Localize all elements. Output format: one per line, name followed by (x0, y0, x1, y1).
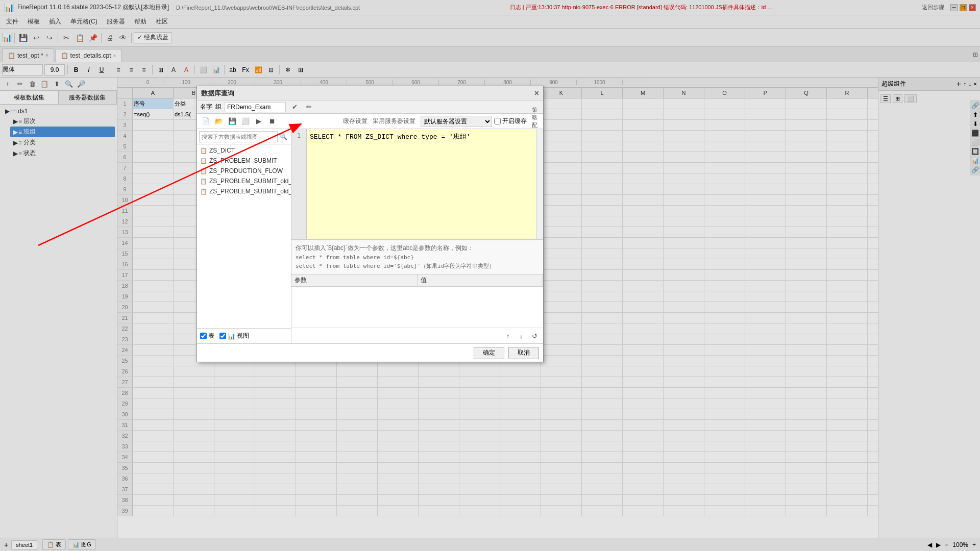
dialog-footer: 确定 取消 (197, 343, 543, 362)
cache-settings-label[interactable]: 缓存设置 (343, 117, 368, 126)
table-name-2: ZS_PROBLEM_SUBMIT (209, 157, 277, 164)
dialog-title-label: 数据库查询 (201, 89, 234, 98)
sql-editor-container: 1 SELECT * FROM ZS_DICT where type = '班组… (291, 129, 543, 240)
open-cache-text: 开启缓存 (502, 117, 527, 126)
table-search-input[interactable] (199, 131, 278, 142)
params-up-btn[interactable]: ↑ (502, 330, 513, 341)
params-col-param: 参数 (291, 274, 418, 286)
open-cache-checkbox[interactable] (494, 118, 501, 124)
table-item-zsproductionflow[interactable]: 📋 ZS_PRODUCTION_FLOW (198, 166, 290, 176)
table-icon-2: 📋 (200, 158, 207, 164)
dialog-sql-section: 1 SELECT * FROM ZS_DICT where type = '班组… (291, 129, 543, 343)
table-search-btn[interactable]: 🔍 (278, 131, 289, 142)
table-item-zsproblemsubmit[interactable]: 📋 ZS_PROBLEM_SUBMIT (198, 156, 290, 166)
confirm-button[interactable]: 确定 (474, 347, 504, 359)
check-view-checkbox[interactable] (219, 333, 226, 339)
check-table-label[interactable]: 表 (200, 332, 214, 340)
name-input[interactable] (225, 102, 286, 112)
name-edit-btn[interactable]: ✏ (303, 102, 314, 113)
dialog-table-browser: 🔍 📋 ZS_DICT 📋 ZS_PROBLEM_SUBMIT 📋 ZS_PRO… (197, 129, 291, 343)
view-icon-label: 📊 (228, 333, 235, 340)
params-down-btn[interactable]: ↓ (516, 330, 527, 341)
table-item-zsproblemold2[interactable]: 📋 ZS_PROBLEM_SUBMIT_old_20240418_1 (198, 186, 290, 196)
line-num-1: 1 (291, 132, 306, 139)
dialog-body: 🔍 📋 ZS_DICT 📋 ZS_PROBLEM_SUBMIT 📋 ZS_PRO… (197, 129, 543, 343)
database-query-dialog: 数据库查询 × 名字 组 ✔ ✏ 📄 📂 💾 ⬜ ▶ ⏹ 缓存设置 采用服务器设… (197, 86, 544, 362)
dialog-table-tree: 📋 ZS_DICT 📋 ZS_PROBLEM_SUBMIT 📋 ZS_PRODU… (197, 144, 291, 328)
check-view-label[interactable]: 📊 视图 (219, 332, 249, 340)
server-ds-select[interactable]: 默认服务器设置 (421, 116, 492, 127)
params-body (291, 287, 543, 328)
params-table: 参数 值 ↑ ↓ ↺ (291, 274, 543, 343)
table-icon-5: 📋 (200, 188, 207, 195)
table-item-zsdict[interactable]: 📋 ZS_DICT (198, 145, 290, 156)
save-query-btn[interactable]: 💾 (227, 116, 238, 127)
table-name-1: ZS_DICT (209, 147, 235, 154)
strategy-btn[interactable]: 策略配置 (529, 116, 540, 127)
line-numbers: 1 (291, 129, 307, 239)
view-btn[interactable]: ⬜ (240, 116, 251, 127)
sql-hint-section: 你可以插入`${abc}`做为一个参数，这里abc是参数的名称，例如： sele… (291, 240, 543, 274)
name-label: 名字 (200, 103, 212, 111)
params-header: 参数 值 (291, 274, 543, 287)
hint-line-2: select * from table where id='${abc}'（如果… (296, 262, 539, 271)
new-query-btn[interactable]: 📄 (200, 116, 211, 127)
table-icon-3: 📋 (200, 168, 207, 174)
table-name-3: ZS_PRODUCTION_FLOW (209, 167, 283, 174)
check-table-checkbox[interactable] (200, 333, 207, 339)
dialog-search-bar: 🔍 (197, 129, 291, 144)
sql-editor[interactable]: SELECT * FROM ZS_DICT where type = '班组' (307, 129, 536, 239)
open-query-btn[interactable]: 📂 (213, 116, 225, 127)
check-table-text: 表 (208, 332, 214, 340)
table-name-4: ZS_PROBLEM_SUBMIT_old_20240418 (209, 178, 291, 185)
table-name-5: ZS_PROBLEM_SUBMIT_old_20240418_1 (209, 188, 291, 195)
name-confirm-btn[interactable]: ✔ (289, 102, 300, 113)
dialog-name-group: 名字 组 ✔ ✏ (197, 101, 543, 114)
params-col-value: 值 (418, 274, 544, 286)
params-actions: ↑ ↓ ↺ (291, 328, 543, 343)
open-cache-label[interactable]: 开启缓存 (494, 117, 527, 126)
sql-scroll-bar[interactable] (536, 129, 543, 239)
server-settings-label[interactable]: 采用服务器设置 (373, 117, 415, 126)
hint-line-1: select * from table where id=${abc} (296, 253, 539, 262)
dialog-close-btn[interactable]: × (534, 89, 539, 98)
cancel-button[interactable]: 取消 (508, 347, 539, 359)
hint-title: 你可以插入`${abc}`做为一个参数，这里abc是参数的名称，例如： (296, 243, 539, 253)
stop-btn[interactable]: ⏹ (266, 116, 278, 127)
table-icon-1: 📋 (200, 147, 207, 154)
params-refresh-btn[interactable]: ↺ (529, 330, 540, 341)
run-btn[interactable]: ▶ (253, 116, 264, 127)
dialog-table-view-toggle: 表 📊 视图 (197, 328, 291, 343)
dialog-toolbar: 📄 📂 💾 ⬜ ▶ ⏹ 缓存设置 采用服务器设置 默认服务器设置 开启缓存 策略… (197, 114, 543, 129)
table-item-zsproblemold1[interactable]: 📋 ZS_PROBLEM_SUBMIT_old_20240418 (198, 176, 290, 186)
group-label: 组 (215, 103, 222, 111)
dialog-title-bar: 数据库查询 × (197, 86, 543, 101)
check-view-text: 视图 (237, 332, 249, 340)
table-icon-4: 📋 (200, 178, 207, 185)
dialog-overlay: 数据库查询 × 名字 组 ✔ ✏ 📄 📂 💾 ⬜ ▶ ⏹ 缓存设置 采用服务器设… (0, 0, 980, 551)
